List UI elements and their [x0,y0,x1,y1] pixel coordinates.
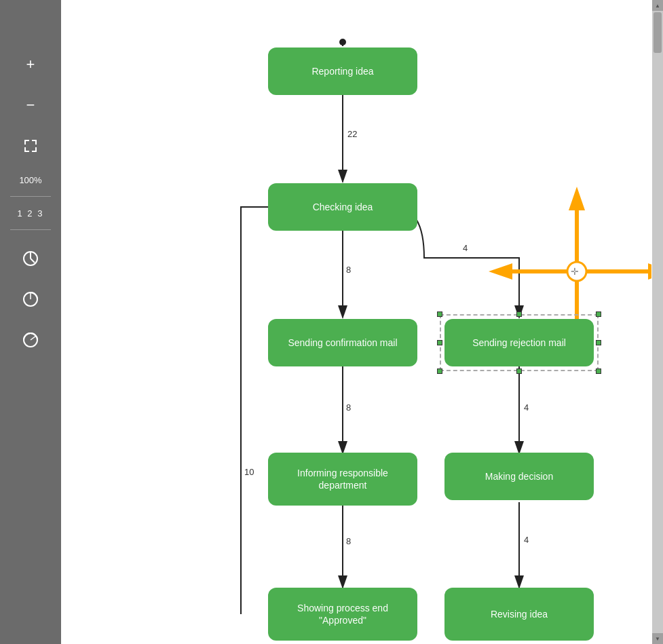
svg-point-28 [567,262,586,281]
gauge3-icon [21,330,40,349]
confirmation-mail-box[interactable]: Sending confirmation mail [268,319,417,366]
revising-idea-label: Revising idea [491,608,548,620]
confirmation-mail-label: Sending confirmation mail [288,337,397,349]
svg-marker-24 [489,263,512,280]
revising-idea-box[interactable]: Revising idea [444,588,594,641]
informing-department-box[interactable]: Informing responsible department [268,453,417,506]
zoom-label: 100% [0,166,61,193]
svg-text:8: 8 [346,402,351,413]
handle-bm[interactable] [516,368,522,374]
svg-text:22: 22 [347,129,357,139]
handle-tm[interactable] [516,311,522,317]
zoom-out-button[interactable]: − [0,85,61,126]
handle-ml[interactable] [437,340,442,345]
rejection-mail-label: Sending rejection mail [472,337,566,349]
handle-tl[interactable] [437,311,442,317]
checking-idea-label: Checking idea [313,201,373,213]
handle-bl[interactable] [437,368,442,374]
gauge3-button[interactable] [0,320,61,360]
reporting-idea-label: Reporting idea [311,65,373,77]
svg-point-18 [339,39,346,45]
approved-box[interactable]: Showing process end "Approved" [268,588,417,641]
svg-text:4: 4 [524,402,529,413]
svg-text:8: 8 [346,536,351,546]
gauge2-icon [21,290,40,309]
making-decision-label: Making decision [485,470,553,482]
scroll-up-arrow[interactable]: ▲ [652,0,663,11]
fit-button[interactable] [0,126,61,166]
gauge1-icon [21,249,40,268]
handle-tr[interactable] [596,311,601,317]
svg-text:4: 4 [463,243,468,253]
minus-icon: − [26,96,35,114]
svg-text:8: 8 [346,265,351,275]
rejection-mail-box[interactable]: Sending rejection mail [444,319,594,366]
making-decision-box[interactable]: Making decision [444,453,594,500]
fit-icon [22,138,39,154]
reporting-idea-box[interactable]: Reporting idea [268,48,417,95]
gauge1-button[interactable] [0,238,61,279]
plus-icon: + [26,56,35,73]
zoom-in-button[interactable]: + [0,44,61,85]
checking-idea-box[interactable]: Checking idea [268,183,417,231]
canvas-area[interactable]: 22 8 4 8 4 8 4 10 [61,0,663,644]
scrollbar-right[interactable]: ▲ ▼ [652,0,663,644]
scroll-thumb[interactable] [653,12,662,53]
page-number-label: 1 2 3 [0,200,61,227]
divider [10,196,51,197]
handle-mr[interactable] [596,340,601,345]
gauge2-button[interactable] [0,279,61,320]
divider2 [10,229,51,230]
svg-text:4: 4 [524,535,529,545]
informing-department-label: Informing responsible department [276,467,409,491]
handle-br[interactable] [596,368,601,374]
svg-marker-20 [569,187,585,210]
approved-label: Showing process end "Approved" [276,602,409,626]
svg-text:✛: ✛ [571,266,579,277]
scroll-down-arrow[interactable]: ▼ [652,633,663,644]
svg-marker-26 [648,263,651,280]
svg-text:10: 10 [244,467,254,477]
sidebar: + − 100% 1 2 3 [0,0,61,644]
